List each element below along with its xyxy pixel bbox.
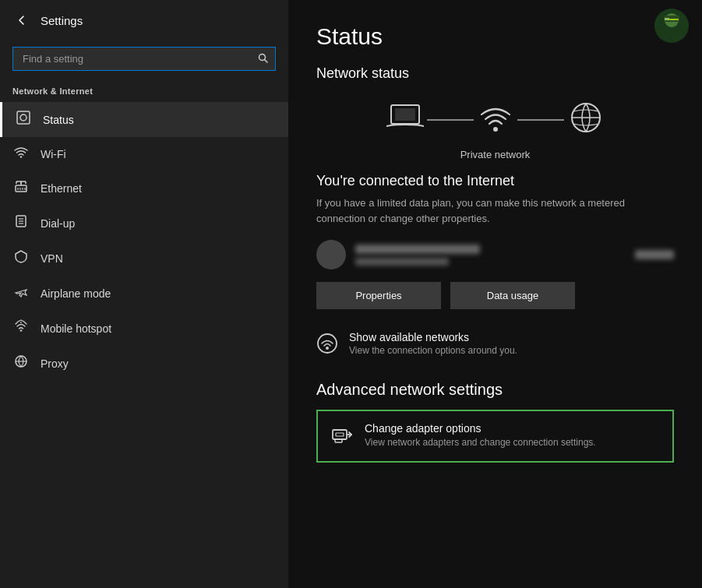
svg-rect-27: [669, 19, 679, 20]
airplane-icon: [12, 284, 30, 302]
advanced-title: Advanced network settings: [316, 381, 674, 399]
show-networks-icon: [316, 333, 338, 359]
network-size: [635, 250, 674, 259]
svg-point-34: [326, 347, 329, 350]
network-info-row: [316, 240, 674, 269]
router-icon: [475, 100, 516, 139]
sidebar-item-hotspot[interactable]: Mobile hotspot: [0, 311, 288, 346]
proxy-icon: [12, 354, 30, 372]
search-icon: [258, 53, 268, 65]
sidebar-item-wifi[interactable]: Wi-Fi: [0, 137, 288, 171]
sidebar-header: Settings: [0, 0, 288, 40]
show-networks-title[interactable]: Show available networks: [349, 331, 517, 343]
sidebar-item-ethernet[interactable]: Ethernet: [0, 171, 288, 206]
main-content-wrapper: Status Network status: [288, 0, 702, 588]
sidebar-item-vpn[interactable]: VPN: [0, 241, 288, 276]
status-icon: [15, 111, 32, 129]
laptop-icon: [385, 101, 425, 139]
sidebar-item-proxy[interactable]: Proxy: [0, 346, 288, 381]
sidebar-item-status[interactable]: Status: [0, 102, 288, 137]
sidebar-label-wifi: Wi-Fi: [41, 148, 66, 160]
svg-point-3: [20, 114, 26, 121]
change-adapter-button[interactable]: Change adapter options View network adap…: [316, 410, 674, 463]
sidebar-label-vpn: VPN: [41, 252, 63, 265]
page-title: Status: [316, 23, 674, 50]
search-box[interactable]: [12, 47, 276, 71]
sidebar-label-hotspot: Mobile hotspot: [41, 322, 111, 335]
svg-rect-2: [17, 111, 30, 124]
svg-point-4: [20, 156, 22, 157]
main-scroll-area: Status Network status: [288, 0, 702, 588]
wifi-icon: [12, 146, 30, 162]
button-row: Properties Data usage: [316, 282, 674, 309]
show-networks-text: Show available networks View the connect…: [349, 331, 517, 356]
sidebar-label-proxy: Proxy: [41, 357, 69, 370]
sidebar-item-dialup[interactable]: Dial-up: [0, 206, 288, 241]
user-avatar: [654, 8, 690, 47]
svg-point-30: [493, 127, 498, 132]
network-avatar: [316, 240, 346, 269]
hotspot-icon: [12, 319, 30, 337]
adapter-icon: [330, 424, 354, 450]
data-usage-button[interactable]: Data usage: [450, 282, 575, 309]
adapter-title: Change adapter options: [365, 422, 596, 435]
sidebar-item-airplane[interactable]: Airplane mode: [0, 276, 288, 311]
connected-desc: If you have a limited data plan, you can…: [316, 195, 674, 226]
dialup-icon: [12, 214, 30, 232]
svg-rect-26: [665, 18, 669, 20]
sidebar: Settings Network & Internet Status: [0, 0, 288, 588]
sidebar-label-status: Status: [43, 114, 74, 126]
sidebar-label-dialup: Dial-up: [41, 217, 75, 230]
globe-icon: [566, 97, 606, 143]
network-label: Private network: [316, 149, 674, 160]
svg-line-1: [265, 59, 268, 62]
network-status-title: Network status: [316, 65, 674, 82]
sidebar-label-ethernet: Ethernet: [41, 182, 82, 195]
network-name: [355, 245, 480, 254]
sidebar-title: Settings: [41, 14, 83, 27]
svg-rect-36: [336, 433, 344, 436]
line-2: [517, 119, 564, 121]
ethernet-icon: [12, 179, 30, 197]
adapter-text: Change adapter options View network adap…: [365, 422, 596, 448]
show-networks-desc: View the connection options around you.: [349, 345, 517, 356]
network-sub: [355, 258, 449, 266]
svg-point-19: [20, 329, 22, 331]
line-1: [427, 119, 474, 121]
svg-rect-29: [395, 108, 415, 121]
adapter-desc: View network adapters and change connect…: [365, 437, 596, 448]
section-label: Network & Internet: [0, 83, 288, 102]
properties-button[interactable]: Properties: [316, 282, 441, 309]
show-networks-row: Show available networks View the connect…: [316, 331, 674, 359]
sidebar-label-airplane: Airplane mode: [41, 287, 111, 300]
search-input[interactable]: [12, 47, 276, 71]
svg-rect-35: [333, 430, 347, 439]
back-button[interactable]: [12, 11, 31, 30]
network-details: [355, 245, 626, 266]
connected-title: You're connected to the Internet: [316, 173, 674, 189]
vpn-icon: [12, 249, 30, 267]
network-diagram: [316, 97, 674, 143]
